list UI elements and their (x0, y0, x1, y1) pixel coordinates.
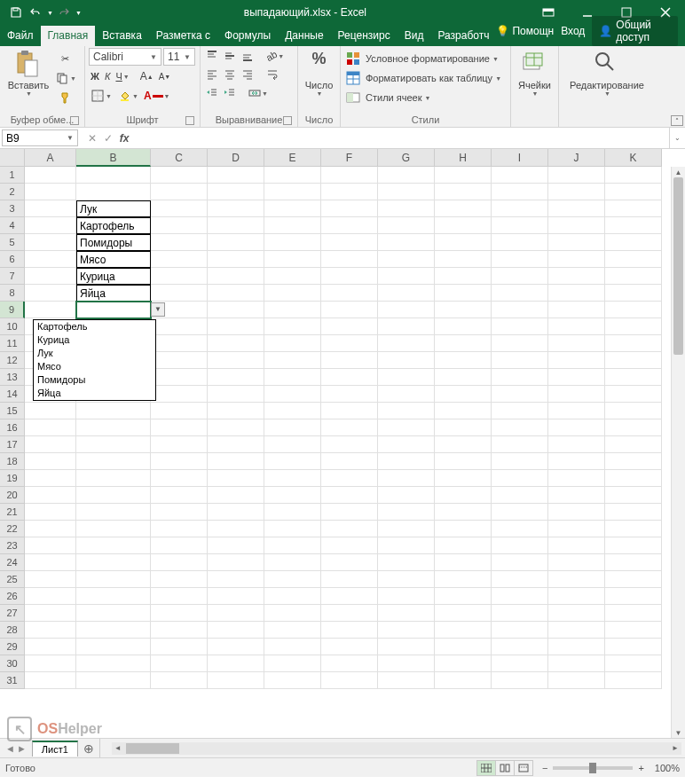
cell-J9[interactable] (548, 302, 605, 318)
cell-K3[interactable] (605, 200, 662, 217)
cell-C10[interactable] (151, 318, 208, 335)
cell-F2[interactable] (321, 184, 378, 200)
underline-button[interactable]: Ч▼ (114, 69, 130, 83)
cell-A28[interactable] (25, 622, 76, 639)
cell-B9[interactable]: ▼ (76, 302, 151, 318)
cell-A20[interactable] (25, 487, 76, 504)
cell-D4[interactable] (208, 217, 264, 234)
cell-E21[interactable] (264, 504, 321, 521)
cells-button[interactable]: Ячейки▼ (515, 48, 555, 98)
cell-G21[interactable] (378, 504, 435, 521)
dropdown-option[interactable]: Картофель (34, 320, 155, 333)
name-box[interactable]: B9▼ (2, 129, 78, 146)
cell-F16[interactable] (321, 419, 378, 436)
cell-F3[interactable] (321, 200, 378, 217)
row-header-23[interactable]: 23 (0, 537, 25, 554)
cell-D31[interactable] (208, 672, 264, 689)
paste-button[interactable]: Вставить▼ (4, 48, 53, 98)
cell-I19[interactable] (492, 470, 548, 487)
view-page-layout-button[interactable] (495, 760, 515, 776)
cell-I4[interactable] (492, 217, 548, 234)
cell-A8[interactable] (25, 285, 76, 302)
cell-K15[interactable] (605, 403, 662, 419)
row-header-21[interactable]: 21 (0, 504, 25, 521)
cell-B28[interactable] (76, 622, 151, 639)
dropdown-option[interactable]: Помидоры (34, 373, 155, 387)
cell-J25[interactable] (548, 571, 605, 588)
cell-A7[interactable] (25, 268, 76, 285)
cell-B26[interactable] (76, 588, 151, 605)
cell-F23[interactable] (321, 537, 378, 554)
cell-B8[interactable]: Яйца (76, 285, 151, 302)
cell-J7[interactable] (548, 268, 605, 285)
cell-A1[interactable] (25, 167, 76, 184)
cell-C5[interactable] (151, 234, 208, 251)
cell-I21[interactable] (492, 504, 548, 521)
cell-C1[interactable] (151, 167, 208, 184)
cell-C18[interactable] (151, 453, 208, 470)
cell-E24[interactable] (264, 554, 321, 571)
cancel-formula-button[interactable]: ✕ (85, 132, 99, 145)
cell-H3[interactable] (435, 200, 492, 217)
cell-K9[interactable] (605, 302, 662, 318)
cell-K19[interactable] (605, 470, 662, 487)
cell-D10[interactable] (208, 318, 264, 335)
cell-D25[interactable] (208, 571, 264, 588)
cell-F13[interactable] (321, 369, 378, 386)
qat-customize-icon[interactable]: ▼ (75, 10, 82, 16)
cell-B16[interactable] (76, 419, 151, 436)
row-header-13[interactable]: 13 (0, 369, 25, 386)
row-header-17[interactable]: 17 (0, 436, 25, 453)
wrap-text-button[interactable] (264, 67, 280, 82)
cell-C20[interactable] (151, 487, 208, 504)
cell-I13[interactable] (492, 369, 548, 386)
cell-K27[interactable] (605, 605, 662, 622)
cell-J1[interactable] (548, 167, 605, 184)
cell-C26[interactable] (151, 588, 208, 605)
cell-B20[interactable] (76, 487, 151, 504)
cell-I25[interactable] (492, 571, 548, 588)
cell-J23[interactable] (548, 537, 605, 554)
cell-E19[interactable] (264, 470, 321, 487)
col-header-H[interactable]: H (435, 149, 492, 167)
cell-D27[interactable] (208, 605, 264, 622)
cell-G26[interactable] (378, 588, 435, 605)
cell-C23[interactable] (151, 537, 208, 554)
cell-G1[interactable] (378, 167, 435, 184)
cell-E13[interactable] (264, 369, 321, 386)
view-page-break-button[interactable] (514, 760, 533, 776)
cell-K29[interactable] (605, 639, 662, 655)
cell-H23[interactable] (435, 537, 492, 554)
italic-button[interactable]: К (103, 69, 112, 83)
view-normal-button[interactable] (476, 760, 496, 776)
cell-H21[interactable] (435, 504, 492, 521)
cell-F31[interactable] (321, 672, 378, 689)
cell-E5[interactable] (264, 234, 321, 251)
cell-G4[interactable] (378, 217, 435, 234)
cell-G25[interactable] (378, 571, 435, 588)
cell-B6[interactable]: Мясо (76, 251, 151, 268)
cell-G10[interactable] (378, 318, 435, 335)
cell-A2[interactable] (25, 184, 76, 200)
cell-G16[interactable] (378, 419, 435, 436)
cell-G31[interactable] (378, 672, 435, 689)
cell-F6[interactable] (321, 251, 378, 268)
cell-H1[interactable] (435, 167, 492, 184)
cell-C14[interactable] (151, 386, 208, 403)
cell-H25[interactable] (435, 571, 492, 588)
cell-E3[interactable] (264, 200, 321, 217)
cell-F18[interactable] (321, 453, 378, 470)
cell-D6[interactable] (208, 251, 264, 268)
cell-K8[interactable] (605, 285, 662, 302)
cell-I12[interactable] (492, 352, 548, 369)
cell-G27[interactable] (378, 605, 435, 622)
cell-G19[interactable] (378, 470, 435, 487)
cell-B2[interactable] (76, 184, 151, 200)
cell-A9[interactable] (25, 302, 76, 318)
row-header-24[interactable]: 24 (0, 554, 25, 571)
cell-I16[interactable] (492, 419, 548, 436)
cell-F17[interactable] (321, 436, 378, 453)
cell-D26[interactable] (208, 588, 264, 605)
cell-J17[interactable] (548, 436, 605, 453)
row-header-11[interactable]: 11 (0, 335, 25, 352)
